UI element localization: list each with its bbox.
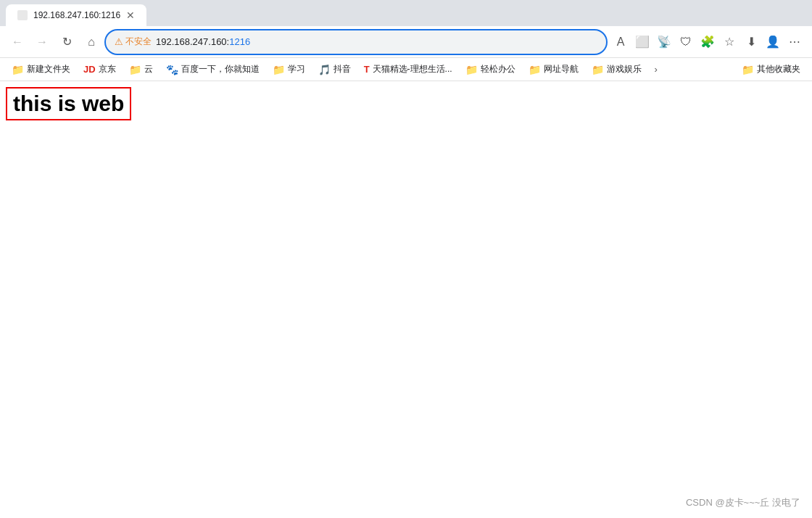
watermark: CSDN @皮卡~~~丘 没电了: [686, 496, 800, 509]
bookmark-item-tianmao[interactable]: T 天猫精选-理想生活...: [358, 60, 458, 78]
menu-button[interactable]: ⋯: [784, 32, 805, 52]
page-content: this is web CSDN @皮卡~~~丘 没电了: [0, 81, 812, 518]
bookmark-label: 新建文件夹: [27, 63, 70, 75]
bookmark-item-jd[interactable]: JD 京东: [78, 60, 122, 78]
bookmark-label: 云: [144, 63, 153, 75]
folder-icon: 📁: [465, 64, 478, 75]
bookmark-item-douyin[interactable]: 🎵 抖音: [312, 60, 357, 78]
home-button[interactable]: ⌂: [81, 32, 102, 52]
reader-button[interactable]: ⬜: [632, 32, 652, 52]
tab-bar: 192.168.247.160:1216 ✕: [0, 0, 812, 26]
browser-window: 192.168.247.160:1216 ✕ ← → ↻ ⌂ ⚠ 不安全 192…: [0, 0, 812, 518]
bookmark-item-nav[interactable]: 📁 网址导航: [523, 60, 584, 78]
cast-button[interactable]: 📡: [654, 32, 674, 52]
nav-right-icons: A ⬜ 📡 🛡 🧩 ☆ ⬇ 👤 ⋯: [610, 32, 805, 52]
bookmarks-bar: 📁 新建文件夹 JD 京东 📁 云 🐾 百度一下，你就知道 📁 学习 🎵 抖音 …: [0, 58, 812, 81]
profile-button[interactable]: 👤: [763, 32, 783, 52]
bookmark-label: 轻松办公: [481, 63, 515, 75]
bookmark-item-study[interactable]: 📁 学习: [267, 60, 311, 78]
tab-favicon: [17, 10, 28, 20]
jd-icon: JD: [83, 64, 96, 75]
address-host: 192.168.247.160:: [156, 36, 229, 47]
bookmark-label: 游戏娱乐: [607, 63, 642, 75]
address-port: 1216: [229, 36, 250, 47]
bookmark-item-office[interactable]: 📁 轻松办公: [460, 60, 521, 78]
folder-icon: 📁: [742, 64, 754, 75]
bookmark-item-other[interactable]: 📁 其他收藏夹: [736, 60, 806, 78]
page-heading: this is web: [6, 87, 131, 120]
folder-icon: 📁: [529, 64, 541, 75]
folder-icon: 📁: [592, 64, 604, 75]
tab-close-button[interactable]: ✕: [126, 9, 135, 21]
bookmark-item-games[interactable]: 📁 游戏娱乐: [586, 60, 647, 78]
douyin-icon: 🎵: [318, 64, 331, 75]
address-text: 192.168.247.160:1216: [156, 36, 597, 47]
baidu-icon: 🐾: [166, 64, 178, 75]
tianmao-icon: T: [364, 64, 370, 75]
bookmark-label: 天猫精选-理想生活...: [373, 63, 452, 75]
refresh-button[interactable]: ↻: [57, 32, 77, 52]
bookmark-label: 网址导航: [544, 63, 579, 75]
active-tab[interactable]: 192.168.247.160:1216 ✕: [6, 4, 146, 26]
folder-icon: 📁: [273, 64, 285, 75]
folder-icon: 📁: [129, 64, 141, 75]
bookmark-label: 抖音: [334, 63, 351, 75]
bookmark-label: 学习: [288, 63, 305, 75]
translate-button[interactable]: A: [610, 32, 631, 52]
bookmark-item-baidu[interactable]: 🐾 百度一下，你就知道: [160, 60, 265, 78]
bookmark-other-label: 其他收藏夹: [757, 63, 800, 75]
extensions-button[interactable]: 🧩: [697, 32, 718, 52]
security-warning: ⚠ 不安全: [115, 36, 152, 48]
tab-label: 192.168.247.160:1216: [33, 10, 120, 20]
back-button[interactable]: ←: [7, 32, 28, 52]
bookmark-label: 百度一下，你就知道: [181, 63, 260, 75]
warning-icon: ⚠: [115, 36, 123, 47]
forward-button[interactable]: →: [32, 32, 52, 52]
folder-icon: 📁: [12, 64, 24, 75]
adblock-button[interactable]: 🛡: [676, 32, 696, 52]
bookmark-star-button[interactable]: ☆: [719, 32, 740, 52]
bookmarks-more-button[interactable]: ›: [650, 61, 662, 78]
security-label: 不安全: [125, 36, 152, 48]
bookmark-label: 京东: [99, 63, 116, 75]
nav-bar: ← → ↻ ⌂ ⚠ 不安全 192.168.247.160:1216 A ⬜ 📡…: [0, 26, 812, 58]
address-bar[interactable]: ⚠ 不安全 192.168.247.160:1216: [106, 30, 606, 54]
bookmark-item-newfolder[interactable]: 📁 新建文件夹: [6, 60, 76, 78]
bookmark-item-cloud[interactable]: 📁 云: [123, 60, 159, 78]
download-button[interactable]: ⬇: [741, 32, 761, 52]
